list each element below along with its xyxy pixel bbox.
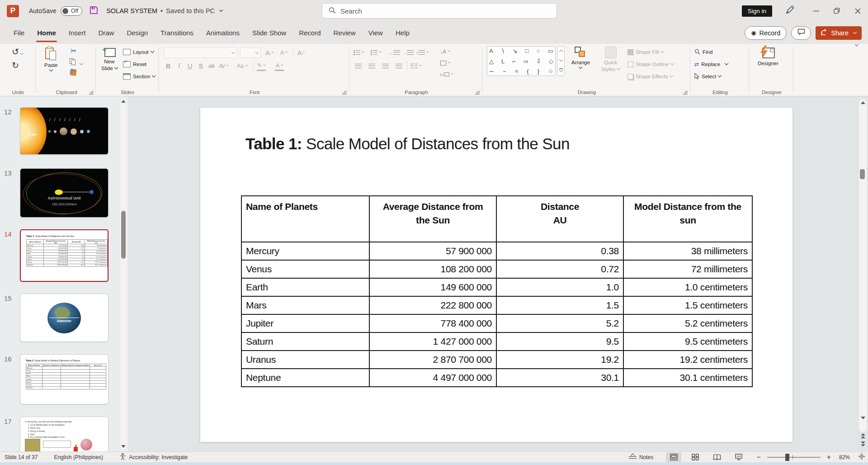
table-cell[interactable]: Jupiter	[241, 314, 369, 332]
table-cell[interactable]: 0.38	[496, 242, 623, 260]
shape-icon[interactable]: ↘	[512, 47, 517, 54]
language-selector[interactable]: English (Philippines)	[54, 454, 103, 460]
slide-16-thumbnail[interactable]: Table 2: Scale Model of Relative Diamete…	[20, 354, 108, 404]
shape-icon[interactable]: ☆	[548, 68, 553, 75]
slide-title[interactable]: Table 1: Scale Model of Distances from t…	[245, 135, 570, 153]
zoom-in-button[interactable]: +	[827, 453, 831, 461]
shape-fill-button[interactable]: Shape Fill	[627, 47, 664, 57]
shapes-scroll-down-icon[interactable]	[559, 58, 562, 62]
tab-transitions[interactable]: Transitions	[154, 22, 200, 44]
replace-button[interactable]: ⇄ Replace	[694, 59, 728, 70]
quick-styles-button[interactable]: Quick Styles	[601, 47, 620, 72]
autosave-toggle[interactable]: Off	[61, 6, 82, 16]
table-cell[interactable]: Neptune	[241, 369, 369, 387]
shape-outline-button[interactable]: Shape Outline	[627, 59, 674, 70]
tab-slide-show[interactable]: Slide Show	[246, 22, 292, 44]
italic-button[interactable]: I	[175, 61, 184, 71]
align-right-button[interactable]	[381, 61, 390, 71]
bold-button[interactable]: B	[164, 61, 173, 71]
shapes-scroll-up-icon[interactable]	[559, 50, 562, 53]
table-cell[interactable]: 5.2 centimeters	[623, 314, 752, 332]
table-cell[interactable]: 1.0 centimeters	[623, 278, 752, 296]
shape-icon[interactable]: ∖	[501, 47, 505, 54]
table-cell[interactable]: Venus	[241, 260, 369, 278]
shape-icon[interactable]: ○	[537, 47, 540, 54]
table-cell[interactable]: 30.1	[496, 369, 623, 387]
notes-button[interactable]: Notes	[629, 454, 653, 460]
scroll-up-icon[interactable]	[861, 101, 865, 104]
table-cell[interactable]: 108 200 000	[369, 260, 496, 278]
shape-icon[interactable]: A	[489, 47, 493, 54]
next-slide-button[interactable]	[861, 441, 865, 446]
table-cell[interactable]: 1.5 centimeters	[623, 296, 752, 314]
font-name-combo[interactable]	[164, 47, 237, 58]
numbering-button[interactable]	[371, 47, 381, 57]
slide-sorter-view-button[interactable]	[688, 452, 703, 462]
text-shadow-button[interactable]: S	[196, 61, 205, 71]
zoom-out-button[interactable]: −	[756, 453, 760, 461]
font-size-combo[interactable]	[240, 47, 261, 58]
strikethrough-button[interactable]: ab	[207, 61, 216, 71]
restore-button[interactable]	[826, 0, 847, 22]
layout-button[interactable]: Layout	[123, 47, 154, 57]
grow-font-button[interactable]: A	[265, 47, 274, 57]
normal-view-button[interactable]	[666, 452, 681, 462]
minimize-button[interactable]	[806, 0, 826, 22]
shapes-more-icon[interactable]	[559, 68, 563, 72]
table-cell[interactable]: 1.5	[496, 296, 623, 314]
shape-effects-button[interactable]: Shape Effects	[627, 71, 673, 82]
zoom-slider-thumb[interactable]	[785, 454, 789, 461]
designer-button[interactable]: Designer	[758, 47, 778, 66]
format-painter-button[interactable]	[70, 69, 76, 77]
table-cell[interactable]: Mercury	[241, 242, 369, 260]
scroll-down-icon[interactable]	[121, 445, 126, 448]
highlight-color-button[interactable]: ✎	[257, 61, 266, 71]
line-spacing-button[interactable]: ↕	[416, 47, 429, 57]
convert-smartart-button[interactable]: ▻	[440, 69, 453, 79]
search-input[interactable]: Search	[322, 3, 557, 19]
shape-icon[interactable]: □	[525, 47, 529, 54]
slide-12-thumbnail[interactable]: / / / / / / / 1 AU	[20, 107, 108, 155]
canvas-scrollbar[interactable]	[859, 99, 867, 432]
zoom-slider[interactable]	[767, 457, 821, 458]
font-dialog-launcher[interactable]	[342, 90, 346, 95]
increase-indent-button[interactable]: →	[402, 47, 414, 57]
draft-pen-icon[interactable]	[785, 5, 795, 17]
scrollbar-thumb[interactable]	[860, 169, 865, 179]
table-cell[interactable]: 72 millimeters	[623, 260, 752, 278]
align-left-button[interactable]	[354, 61, 363, 71]
zoom-level[interactable]: 82%	[839, 454, 850, 460]
scroll-up-icon[interactable]	[121, 100, 126, 103]
slide-14-thumbnail[interactable]: Table 1: Scale Model of Distances from t…	[20, 229, 108, 282]
table-cell[interactable]: 38 millimeters	[623, 242, 752, 260]
record-button[interactable]: ◉ Record	[745, 26, 787, 40]
share-button[interactable]: Share	[816, 26, 862, 40]
table-header-cell[interactable]: Model Distance from thesun	[623, 196, 752, 242]
shape-icon[interactable]: ≈	[515, 68, 518, 75]
tab-file[interactable]: File	[7, 22, 31, 44]
table-cell[interactable]: 4 497 000 000	[369, 369, 496, 387]
reading-view-button[interactable]	[709, 452, 725, 462]
table-header-cell[interactable]: DistanceAU	[496, 196, 623, 242]
slide-15-thumbnail[interactable]: Diameter	[20, 294, 108, 342]
table-cell[interactable]: 9.5 centimeters	[623, 332, 752, 351]
clipboard-dialog-launcher[interactable]	[89, 90, 93, 95]
cut-button[interactable]: ✂	[71, 47, 76, 55]
tab-home[interactable]: Home	[31, 22, 62, 44]
table-cell[interactable]: 30.1 centimeters	[623, 369, 752, 387]
copy-button[interactable]	[70, 58, 83, 67]
align-text-button[interactable]	[440, 58, 450, 68]
shape-icon[interactable]: ∽	[489, 68, 494, 75]
tab-review[interactable]: Review	[327, 22, 362, 44]
paste-button[interactable]: Paste	[44, 47, 57, 72]
section-button[interactable]: Section	[123, 71, 155, 82]
table-cell[interactable]: 5.2	[496, 314, 623, 332]
clear-formatting-button[interactable]: A◇	[297, 47, 306, 57]
shape-icon[interactable]: ~	[503, 68, 506, 75]
shape-icon[interactable]: ⇩	[536, 58, 541, 65]
bullets-button[interactable]	[354, 47, 364, 57]
drawing-dialog-launcher[interactable]	[683, 90, 687, 95]
fit-slide-to-window-button[interactable]	[858, 453, 865, 461]
save-icon[interactable]	[90, 6, 98, 16]
table-cell[interactable]: 57 900 000	[369, 242, 496, 260]
